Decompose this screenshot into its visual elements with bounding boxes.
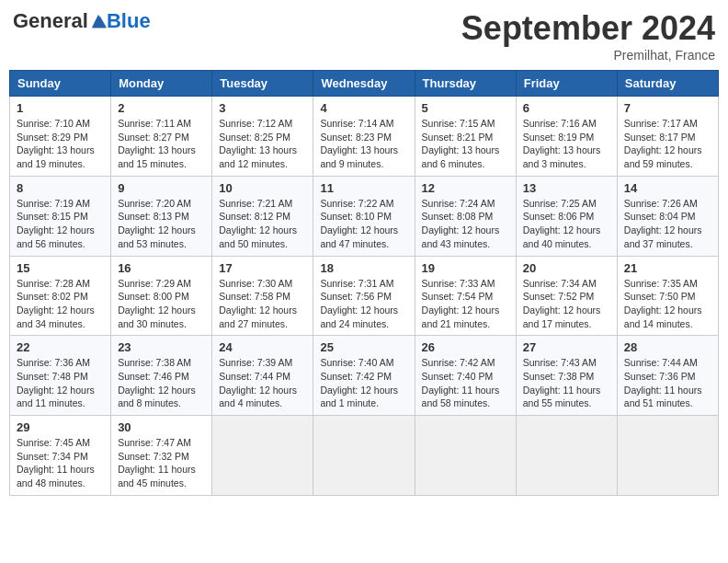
- sunset-text: Sunset: 7:40 PM: [422, 371, 494, 382]
- sunset-text: Sunset: 8:25 PM: [219, 132, 290, 143]
- daylight-text: Daylight: 11 hours and 58 minutes.: [422, 385, 500, 409]
- location-text: Premilhat, France: [461, 48, 715, 63]
- sunrise-text: Sunrise: 7:43 AM: [523, 357, 597, 368]
- sunrise-text: Sunrise: 7:44 AM: [624, 357, 698, 368]
- calendar-cell: 26Sunrise: 7:42 AMSunset: 7:40 PMDayligh…: [415, 336, 516, 416]
- sunrise-text: Sunrise: 7:36 AM: [17, 357, 90, 368]
- sunset-text: Sunset: 8:15 PM: [17, 211, 88, 222]
- col-sunday: Sunday: [10, 71, 111, 97]
- calendar-cell: 2Sunrise: 7:11 AMSunset: 8:27 PMDaylight…: [111, 97, 212, 177]
- cell-content: Sunrise: 7:42 AMSunset: 7:40 PMDaylight:…: [422, 356, 509, 410]
- sunset-text: Sunset: 8:19 PM: [523, 132, 595, 143]
- col-tuesday: Tuesday: [212, 71, 313, 97]
- sunrise-text: Sunrise: 7:25 AM: [523, 198, 597, 209]
- col-monday: Monday: [111, 71, 212, 97]
- cell-content: Sunrise: 7:25 AMSunset: 8:06 PMDaylight:…: [523, 197, 610, 251]
- sunrise-text: Sunrise: 7:45 AM: [17, 437, 90, 448]
- day-number: 25: [320, 340, 407, 354]
- daylight-text: Daylight: 13 hours and 3 minutes.: [523, 144, 601, 169]
- day-number: 23: [118, 340, 205, 354]
- calendar-cell: 1Sunrise: 7:10 AMSunset: 8:29 PMDaylight…: [10, 97, 111, 177]
- cell-content: Sunrise: 7:16 AMSunset: 8:19 PMDaylight:…: [523, 117, 610, 171]
- sunset-text: Sunset: 8:12 PM: [219, 211, 290, 222]
- sunrise-text: Sunrise: 7:24 AM: [422, 198, 495, 209]
- cell-content: Sunrise: 7:31 AMSunset: 7:56 PMDaylight:…: [320, 277, 407, 331]
- day-number: 20: [523, 261, 610, 275]
- cell-content: Sunrise: 7:36 AMSunset: 7:48 PMDaylight:…: [17, 356, 104, 410]
- calendar-week-row: 1Sunrise: 7:10 AMSunset: 8:29 PMDaylight…: [10, 97, 719, 177]
- sunset-text: Sunset: 7:56 PM: [320, 291, 392, 302]
- sunrise-text: Sunrise: 7:17 AM: [624, 118, 698, 129]
- day-number: 15: [17, 261, 104, 275]
- day-number: 3: [219, 101, 306, 115]
- day-number: 17: [219, 261, 306, 275]
- daylight-text: Daylight: 12 hours and 34 minutes.: [17, 304, 95, 329]
- calendar-cell: 23Sunrise: 7:38 AMSunset: 7:46 PMDayligh…: [111, 336, 212, 416]
- sunrise-text: Sunrise: 7:15 AM: [422, 118, 495, 129]
- day-number: 9: [118, 181, 205, 195]
- sunrise-text: Sunrise: 7:39 AM: [219, 357, 292, 368]
- calendar-cell: 28Sunrise: 7:44 AMSunset: 7:36 PMDayligh…: [617, 336, 718, 416]
- sunset-text: Sunset: 7:32 PM: [118, 451, 189, 462]
- cell-content: Sunrise: 7:39 AMSunset: 7:44 PMDaylight:…: [219, 356, 306, 410]
- calendar-cell: 30Sunrise: 7:47 AMSunset: 7:32 PMDayligh…: [111, 416, 212, 496]
- daylight-text: Daylight: 12 hours and 59 minutes.: [624, 144, 702, 169]
- calendar-cell: 3Sunrise: 7:12 AMSunset: 8:25 PMDaylight…: [212, 97, 313, 177]
- calendar-cell: 19Sunrise: 7:33 AMSunset: 7:54 PMDayligh…: [415, 256, 516, 336]
- cell-content: Sunrise: 7:35 AMSunset: 7:50 PMDaylight:…: [624, 277, 711, 331]
- day-number: 6: [523, 101, 610, 115]
- daylight-text: Daylight: 13 hours and 15 minutes.: [118, 144, 196, 169]
- sunset-text: Sunset: 7:42 PM: [320, 371, 392, 382]
- calendar-cell: 29Sunrise: 7:45 AMSunset: 7:34 PMDayligh…: [10, 416, 111, 496]
- calendar-week-row: 8Sunrise: 7:19 AMSunset: 8:15 PMDaylight…: [10, 176, 719, 256]
- daylight-text: Daylight: 13 hours and 19 minutes.: [17, 144, 95, 169]
- calendar-cell: 13Sunrise: 7:25 AMSunset: 8:06 PMDayligh…: [516, 176, 617, 256]
- sunrise-text: Sunrise: 7:30 AM: [219, 278, 292, 289]
- cell-content: Sunrise: 7:17 AMSunset: 8:17 PMDaylight:…: [624, 117, 711, 171]
- calendar-cell: [415, 416, 516, 496]
- calendar-cell: 4Sunrise: 7:14 AMSunset: 8:23 PMDaylight…: [313, 97, 415, 177]
- calendar-cell: [516, 416, 617, 496]
- day-number: 29: [17, 420, 104, 434]
- calendar-cell: [617, 416, 718, 496]
- day-number: 24: [219, 340, 306, 354]
- cell-content: Sunrise: 7:15 AMSunset: 8:21 PMDaylight:…: [422, 117, 509, 171]
- daylight-text: Daylight: 12 hours and 53 minutes.: [118, 224, 196, 249]
- sunset-text: Sunset: 8:08 PM: [422, 211, 494, 222]
- sunrise-text: Sunrise: 7:26 AM: [624, 198, 698, 209]
- calendar-cell: 6Sunrise: 7:16 AMSunset: 8:19 PMDaylight…: [516, 97, 617, 177]
- sunrise-text: Sunrise: 7:29 AM: [118, 278, 191, 289]
- daylight-text: Daylight: 13 hours and 9 minutes.: [320, 144, 398, 169]
- sunset-text: Sunset: 7:44 PM: [219, 371, 290, 382]
- daylight-text: Daylight: 13 hours and 12 minutes.: [219, 144, 297, 169]
- sunset-text: Sunset: 8:06 PM: [523, 211, 595, 222]
- day-number: 4: [320, 101, 407, 115]
- daylight-text: Daylight: 12 hours and 30 minutes.: [118, 304, 196, 329]
- calendar-week-row: 22Sunrise: 7:36 AMSunset: 7:48 PMDayligh…: [10, 336, 719, 416]
- sunrise-text: Sunrise: 7:16 AM: [523, 118, 597, 129]
- sunset-text: Sunset: 8:17 PM: [624, 132, 696, 143]
- sunrise-text: Sunrise: 7:35 AM: [624, 278, 698, 289]
- sunset-text: Sunset: 8:10 PM: [320, 211, 392, 222]
- sunrise-text: Sunrise: 7:31 AM: [320, 278, 393, 289]
- daylight-text: Daylight: 12 hours and 24 minutes.: [320, 304, 398, 329]
- day-number: 22: [17, 340, 104, 354]
- cell-content: Sunrise: 7:40 AMSunset: 7:42 PMDaylight:…: [320, 356, 407, 410]
- sunrise-text: Sunrise: 7:12 AM: [219, 118, 292, 129]
- cell-content: Sunrise: 7:45 AMSunset: 7:34 PMDaylight:…: [17, 436, 104, 490]
- daylight-text: Daylight: 12 hours and 43 minutes.: [422, 224, 500, 249]
- logo-general-text: General: [13, 9, 88, 33]
- calendar-cell: 7Sunrise: 7:17 AMSunset: 8:17 PMDaylight…: [617, 97, 718, 177]
- cell-content: Sunrise: 7:11 AMSunset: 8:27 PMDaylight:…: [118, 117, 205, 171]
- col-thursday: Thursday: [415, 71, 516, 97]
- day-number: 26: [422, 340, 509, 354]
- sunrise-text: Sunrise: 7:22 AM: [320, 198, 393, 209]
- col-saturday: Saturday: [617, 71, 718, 97]
- sunset-text: Sunset: 8:29 PM: [17, 132, 88, 143]
- calendar-cell: 17Sunrise: 7:30 AMSunset: 7:58 PMDayligh…: [212, 256, 313, 336]
- sunset-text: Sunset: 8:27 PM: [118, 132, 189, 143]
- logo-icon: [90, 13, 107, 29]
- sunset-text: Sunset: 8:02 PM: [17, 291, 88, 302]
- sunset-text: Sunset: 8:21 PM: [422, 132, 494, 143]
- month-title: September 2024: [461, 9, 715, 48]
